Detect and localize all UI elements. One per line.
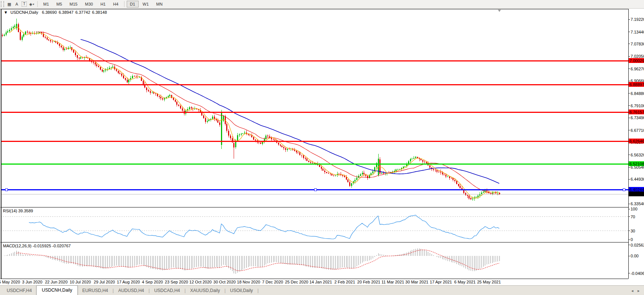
timeframe-button-d1[interactable]: D1 bbox=[127, 1, 139, 7]
date-tick[interactable]: 18 Nov 2020 bbox=[237, 280, 260, 284]
macd-panel bbox=[3, 248, 500, 273]
timeframe-button-h4[interactable]: H4 bbox=[110, 1, 121, 7]
symbol-dropdown-icon: ▼ bbox=[4, 10, 8, 15]
indicator-list-icon[interactable]: ▦ bbox=[6, 1, 13, 7]
ma-20-line bbox=[36, 32, 499, 194]
macd-tick: 0.00 bbox=[631, 254, 638, 258]
date-tick[interactable]: 30 Mar 2021 bbox=[405, 280, 429, 284]
price-tick: 6.79100 bbox=[631, 104, 644, 108]
date-tick[interactable]: 23 Sep 2020 bbox=[165, 280, 188, 284]
price-tick: 7.02050 bbox=[631, 54, 644, 58]
tab-usdcad-h4[interactable]: USDCAD,H4 bbox=[150, 286, 184, 295]
svg-text:6.62646: 6.62646 bbox=[629, 139, 644, 143]
text-box-icon: T bbox=[22, 1, 27, 7]
date-tick[interactable]: 14 Jan 2021 bbox=[309, 280, 332, 284]
rsi-tick: 100 bbox=[631, 207, 637, 211]
symbol-timeframe-label: USDCNH,Daily bbox=[10, 10, 38, 15]
tab-usdchf-h4[interactable]: USDCHF,H4 bbox=[2, 286, 36, 295]
macd-signal-line bbox=[16, 250, 499, 271]
shapes-button[interactable]: ◈ ▾ bbox=[28, 1, 35, 7]
chart-canvas[interactable]: 7.192207.134407.078307.020506.962706.906… bbox=[0, 9, 644, 285]
tabs-scroll-right-icon[interactable]: ► bbox=[637, 289, 640, 293]
level-handle[interactable] bbox=[623, 189, 625, 191]
tab-usoil-daily[interactable]: USOil,Daily bbox=[225, 286, 257, 295]
svg-text:6.88897: 6.88897 bbox=[629, 82, 644, 87]
timeframe-button-m1[interactable]: M1 bbox=[40, 1, 52, 7]
text-label-button[interactable]: A bbox=[13, 1, 20, 7]
symbol-tab-bar: USDCHF,H4USDCNH,DailyEURUSD,H4|AUDUSD,H4… bbox=[0, 285, 644, 295]
rsi-line bbox=[29, 215, 499, 239]
macd-label: MACD(12,26,9) -0.015925 -0.020767 bbox=[3, 244, 71, 248]
price-tick: 6.73490 bbox=[631, 115, 644, 120]
price-axis[interactable]: 7.192207.134407.078307.020506.962706.906… bbox=[628, 17, 644, 276]
ohlc-low: 6.37742 bbox=[75, 10, 90, 15]
main-toolbar: ▦ A T ◈ ▾ M1M5M15M30H1H4D1W1MN bbox=[0, 0, 644, 9]
tab-scrollers: ◄ ► bbox=[627, 289, 644, 295]
date-tick[interactable]: 7 Dec 2020 bbox=[262, 280, 283, 284]
ohlc-high: 6.38947 bbox=[59, 10, 73, 15]
svg-text:6.38148: 6.38148 bbox=[629, 192, 644, 196]
date-tick[interactable]: 25 Dec 2020 bbox=[285, 280, 308, 284]
tab-xauusd-daily[interactable]: XAUUSD,Daily bbox=[186, 286, 224, 295]
svg-text:6.52108: 6.52108 bbox=[629, 162, 644, 166]
date-tick[interactable]: 10 Jul 2020 bbox=[70, 280, 91, 284]
date-tick[interactable]: 11 Mar 2021 bbox=[382, 280, 404, 284]
toolbar-drag-handle[interactable] bbox=[1, 1, 4, 7]
date-tick[interactable]: 17 Aug 2020 bbox=[117, 280, 140, 284]
svg-text:6.40244: 6.40244 bbox=[629, 187, 644, 192]
timeframe-button-m5[interactable]: M5 bbox=[53, 1, 65, 7]
date-tick[interactable]: 4 Sep 2020 bbox=[142, 280, 163, 284]
rsi-panel bbox=[1, 215, 628, 239]
rsi-label: RSI(14) 39.3589 bbox=[3, 209, 33, 213]
tab-usdcnh-daily[interactable]: USDCNH,Daily bbox=[36, 285, 78, 295]
timeframe-button-h1[interactable]: H1 bbox=[97, 1, 109, 7]
level-handle[interactable] bbox=[5, 189, 7, 191]
svg-text:7.00029: 7.00029 bbox=[629, 58, 644, 63]
date-tick[interactable]: 17 Apr 2021 bbox=[430, 280, 452, 284]
text-label-icon: A bbox=[15, 2, 18, 6]
macd-tick: -0.040687 bbox=[631, 271, 644, 276]
rsi-tick: 30 bbox=[631, 229, 635, 233]
timeframe-button-mn[interactable]: MN bbox=[153, 1, 166, 7]
candlestick-series bbox=[2, 19, 500, 201]
tab-items: USDCHF,H4USDCNH,DailyEURUSD,H4|AUDUSD,H4… bbox=[2, 286, 259, 295]
svg-text:6.76157: 6.76157 bbox=[629, 110, 644, 114]
timeframe-button-m15[interactable]: M15 bbox=[66, 1, 81, 7]
rsi-tick: 0 bbox=[631, 237, 633, 242]
tab-eurusd-h4[interactable]: EURUSD,H4 bbox=[78, 286, 113, 295]
chevron-down-icon: ▾ bbox=[33, 3, 34, 6]
horizontal-level-lines[interactable] bbox=[1, 61, 628, 194]
date-tick[interactable]: 29 Jul 2020 bbox=[94, 280, 115, 284]
tab-audusd-h4[interactable]: AUDUSD,H4 bbox=[114, 286, 148, 295]
ohlc-close: 6.38148 bbox=[92, 10, 107, 15]
timeframe-button-m30[interactable]: M30 bbox=[82, 1, 96, 7]
level-handle[interactable] bbox=[314, 189, 316, 191]
date-tick[interactable]: 2 Feb 2021 bbox=[334, 280, 355, 284]
date-tick[interactable]: 22 Jun 2020 bbox=[45, 280, 68, 284]
macd-tick: 0.025623 bbox=[631, 243, 644, 247]
date-tick[interactable]: 3 Jun 2020 bbox=[22, 280, 42, 284]
chart-title: ▼ USDCNH,Daily 6.38690 6.38947 6.37742 6… bbox=[4, 10, 107, 15]
date-tick[interactable]: 15 May 2020 bbox=[0, 280, 20, 284]
toolbar-separator bbox=[124, 1, 124, 7]
tab-separator: | bbox=[258, 288, 259, 295]
date-tick[interactable]: 12 Oct 2020 bbox=[189, 280, 212, 284]
tabs-scroll-left-icon[interactable]: ◄ bbox=[631, 289, 634, 293]
date-tick[interactable]: 30 Oct 2020 bbox=[214, 280, 236, 284]
price-tick: 6.96270 bbox=[631, 67, 644, 71]
date-tick[interactable]: 20 Feb 2021 bbox=[357, 280, 381, 284]
panel-borders bbox=[0, 9, 629, 279]
price-tick: 7.13440 bbox=[631, 30, 644, 34]
date-axis[interactable]: 15 May 20203 Jun 202022 Jun 202010 Jul 2… bbox=[0, 280, 501, 284]
timeframe-button-w1[interactable]: W1 bbox=[139, 1, 152, 7]
timeframe-button-group: M1M5M15M30H1H4D1W1MN bbox=[40, 1, 166, 7]
shapes-icon: ◈ bbox=[29, 2, 32, 7]
text-box-button[interactable]: T bbox=[21, 1, 28, 7]
price-tick: 6.44930 bbox=[631, 177, 644, 181]
date-tick[interactable]: 25 May 2021 bbox=[477, 280, 501, 284]
date-tick[interactable]: 6 May 2021 bbox=[454, 280, 476, 284]
price-tick: 7.07830 bbox=[631, 42, 644, 46]
price-tick: 7.19220 bbox=[631, 17, 644, 22]
chart-shift-marker[interactable] bbox=[498, 10, 501, 12]
toolbar-separator bbox=[37, 1, 38, 7]
